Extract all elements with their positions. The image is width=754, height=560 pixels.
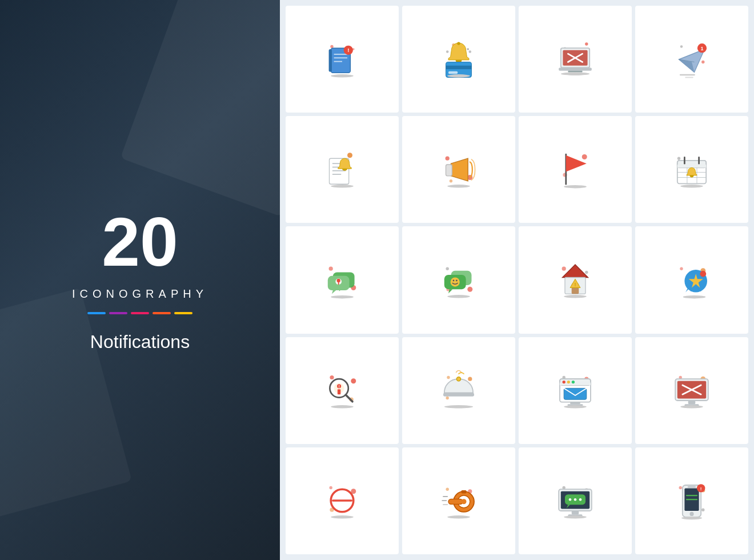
icon-cell-chat-emoji <box>402 226 515 333</box>
svg-point-38 <box>347 153 352 158</box>
icon-cell-document-bell <box>286 116 399 223</box>
svg-point-57 <box>677 157 680 159</box>
svg-point-87 <box>453 280 455 282</box>
svg-point-68 <box>680 185 703 187</box>
icon-cell-chat-location <box>286 226 399 333</box>
credit-card-bell-icon <box>433 34 484 85</box>
email-browser-icon <box>550 365 601 416</box>
svg-point-103 <box>700 271 706 277</box>
icon-cell-search-alert: ! <box>286 337 399 444</box>
icon-cell-megaphone <box>402 116 515 223</box>
icon-cell-laptop-error <box>519 6 632 113</box>
svg-point-20 <box>585 42 588 45</box>
svg-point-14 <box>446 50 449 53</box>
svg-rect-139 <box>688 401 696 404</box>
svg-point-128 <box>572 381 575 383</box>
svg-point-158 <box>447 515 470 518</box>
svg-point-171 <box>679 486 682 489</box>
svg-point-115 <box>447 376 450 379</box>
phone-notification-icon: ! <box>666 475 717 526</box>
megaphone-icon <box>433 144 484 195</box>
icon-cell-service-bell <box>402 337 515 444</box>
laptop-error-icon <box>550 34 601 85</box>
svg-point-106 <box>351 378 356 383</box>
svg-point-78 <box>331 295 354 298</box>
svg-point-90 <box>562 267 566 271</box>
icon-cell-house-alert: ! <box>519 226 632 333</box>
svg-point-120 <box>444 405 473 408</box>
svg-point-148 <box>446 488 449 491</box>
svg-point-30 <box>701 60 704 63</box>
svg-point-117 <box>446 397 449 399</box>
svg-rect-157 <box>462 490 467 493</box>
svg-rect-113 <box>338 389 340 394</box>
svg-point-76 <box>337 279 340 282</box>
svg-rect-3 <box>329 49 332 72</box>
icon-cell-phone-notification: ! <box>635 447 748 554</box>
icon-cell-flag <box>519 116 632 223</box>
svg-point-182 <box>681 517 702 519</box>
icon-cell-whistle <box>402 447 515 554</box>
color-bar-purple <box>109 312 127 314</box>
color-bar-pink <box>131 312 149 314</box>
svg-point-11 <box>467 48 469 50</box>
svg-marker-74 <box>332 290 336 294</box>
svg-point-46 <box>446 156 450 160</box>
color-bar-blue <box>87 312 106 314</box>
search-alert-icon: ! <box>316 365 368 416</box>
svg-rect-119 <box>443 393 474 397</box>
iconography-label: ICONOGRAPHY <box>72 287 208 301</box>
icon-cell-monitor-chat <box>519 447 632 554</box>
icon-cell-blocked <box>286 447 399 554</box>
svg-point-79 <box>446 267 449 270</box>
svg-rect-130 <box>570 402 580 405</box>
flag-icon <box>550 144 601 195</box>
svg-text:!: ! <box>700 486 702 491</box>
svg-point-69 <box>329 267 333 271</box>
svg-point-114 <box>331 405 354 408</box>
svg-rect-155 <box>448 499 463 505</box>
svg-point-19 <box>447 74 470 77</box>
icon-cell-star-notification <box>635 226 748 333</box>
svg-point-9 <box>331 74 354 77</box>
svg-rect-61 <box>677 165 706 167</box>
svg-point-104 <box>683 295 706 298</box>
whistle-icon <box>433 475 484 526</box>
svg-rect-177 <box>688 486 696 488</box>
color-bar-orange <box>153 312 171 314</box>
chat-location-icon <box>316 254 368 306</box>
paper-plane-notification-icon: 1 <box>666 34 717 85</box>
icon-cell-credit-card-bell <box>402 6 515 113</box>
svg-point-105 <box>330 375 334 379</box>
svg-point-51 <box>447 185 470 187</box>
star-notification-icon <box>666 254 717 306</box>
calendar-bell-icon <box>666 144 717 195</box>
big-number: 20 <box>72 207 208 276</box>
svg-point-91 <box>585 271 588 274</box>
icon-cell-book-alert: ! <box>286 6 399 113</box>
svg-point-156 <box>462 499 467 505</box>
svg-point-0 <box>330 45 333 47</box>
svg-rect-26 <box>559 67 592 70</box>
house-alert-icon: ! <box>550 254 601 306</box>
color-bar-yellow <box>174 312 192 314</box>
svg-point-147 <box>331 515 354 518</box>
icon-grid: ! <box>280 0 754 560</box>
svg-point-56 <box>564 185 587 188</box>
svg-point-45 <box>331 185 354 187</box>
notifications-title: Notifications <box>72 331 208 353</box>
svg-point-118 <box>456 377 460 381</box>
svg-point-13 <box>457 42 460 45</box>
svg-rect-27 <box>568 70 582 72</box>
svg-point-141 <box>680 405 703 408</box>
svg-rect-50 <box>446 165 452 176</box>
svg-text:!: ! <box>575 282 576 287</box>
svg-point-142 <box>330 486 332 489</box>
chat-emoji-icon <box>433 254 484 306</box>
svg-point-15 <box>469 50 472 53</box>
svg-marker-49 <box>451 158 468 181</box>
left-content: 20 ICONOGRAPHY Notifications <box>72 207 208 353</box>
svg-point-29 <box>680 45 683 48</box>
monitor-error-icon <box>666 365 717 416</box>
svg-point-173 <box>701 509 704 511</box>
